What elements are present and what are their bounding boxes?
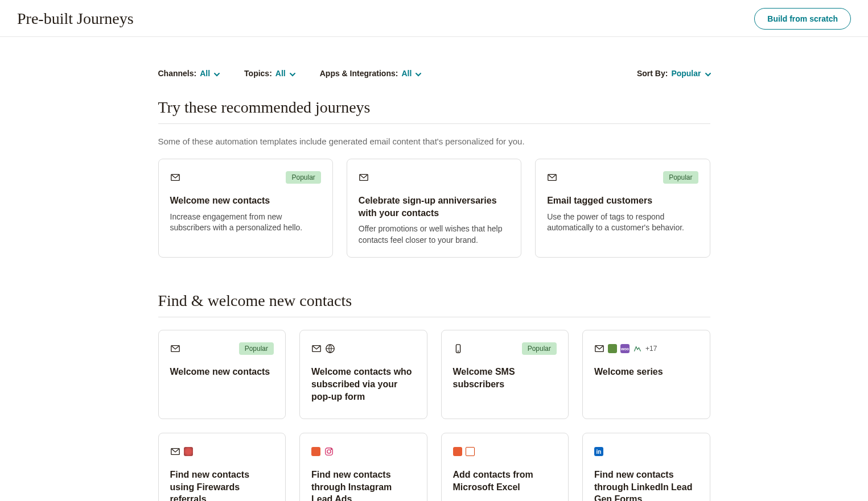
card-celebrate-anniversaries[interactable]: Celebrate sign-up anniversaries with you…: [347, 159, 521, 258]
filter-topics-label: Topics:: [244, 69, 272, 78]
card-desc: Offer promotions or well wishes that hel…: [359, 223, 509, 246]
find-welcome-title: Find & welcome new contacts: [158, 292, 710, 310]
recommended-title: Try these recommended journeys: [158, 98, 710, 117]
mail-icon: [170, 343, 180, 354]
quickbooks-icon: [633, 344, 642, 353]
card-title: Welcome series: [594, 366, 698, 378]
card-welcome-sms-subscribers[interactable]: Popular Welcome SMS subscribers: [441, 330, 569, 419]
globe-icon: [325, 343, 335, 354]
card-title: Welcome contacts who subscribed via your…: [311, 366, 416, 403]
card-title: Welcome new contacts: [170, 194, 321, 207]
more-integrations-count: +17: [645, 345, 657, 353]
filter-topics[interactable]: Topics: All: [244, 69, 295, 78]
filter-channels-value: All: [200, 69, 210, 78]
mail-icon: [594, 343, 604, 354]
filter-apps-label: Apps & Integrations:: [320, 69, 398, 78]
mail-icon: [547, 172, 557, 183]
card-welcome-popup-subscribers[interactable]: Welcome contacts who subscribed via your…: [299, 330, 427, 419]
build-from-scratch-button[interactable]: Build from scratch: [754, 8, 851, 30]
page-header: Pre-built Journeys Build from scratch: [0, 0, 868, 37]
woocommerce-icon: woo: [620, 344, 630, 353]
divider: [158, 317, 710, 317]
sort-by-label: Sort By:: [637, 69, 668, 78]
popular-badge: Popular: [522, 342, 557, 355]
card-firewards-referrals[interactable]: Find new contacts using Firewards referr…: [158, 433, 286, 501]
recommended-subtitle: Some of these automation templates inclu…: [158, 136, 710, 146]
card-title: Find new contacts through LinkedIn Lead …: [594, 469, 698, 501]
divider: [158, 123, 710, 124]
filter-bar: Channels: All Topics: All Apps & Integra…: [158, 69, 710, 78]
mail-icon: [170, 446, 180, 457]
chevron-down-icon: [705, 71, 710, 76]
find-welcome-row-1: Popular Welcome new contacts Welcome con…: [158, 330, 710, 419]
card-title: Celebrate sign-up anniversaries with you…: [359, 194, 509, 219]
find-welcome-row-2: Find new contacts using Firewards referr…: [158, 433, 710, 501]
popular-badge: Popular: [663, 171, 698, 184]
phone-icon: [453, 343, 463, 354]
popular-badge: Popular: [239, 342, 274, 355]
card-welcome-new-contacts-2[interactable]: Popular Welcome new contacts: [158, 330, 286, 419]
shopify-icon: [608, 344, 617, 353]
firewards-icon: [184, 447, 193, 456]
popular-badge: Popular: [286, 171, 320, 184]
card-welcome-series[interactable]: woo +17 Welcome series: [582, 330, 710, 419]
card-desc: Increase engagement from new subscribers…: [170, 212, 321, 234]
card-title: Welcome new contacts: [170, 366, 274, 378]
card-microsoft-excel[interactable]: Add contacts from Microsoft Excel: [441, 433, 569, 501]
card-title: Add contacts from Microsoft Excel: [453, 469, 557, 493]
sort-by-value: Popular: [671, 69, 701, 78]
chevron-down-icon: [415, 71, 421, 76]
recommended-cards: Popular Welcome new contacts Increase en…: [158, 159, 710, 258]
linkedin-icon: in: [594, 447, 603, 456]
card-title: Email tagged customers: [547, 194, 698, 207]
mail-icon: [311, 343, 322, 354]
instagram-icon: [324, 446, 334, 457]
microsoft-office-icon: [466, 447, 475, 456]
mail-icon: [359, 172, 369, 183]
card-instagram-lead-ads[interactable]: Find new contacts through Instagram Lead…: [299, 433, 427, 501]
filter-apps-value: All: [401, 69, 412, 78]
zapier-icon: [311, 447, 320, 456]
sort-by[interactable]: Sort By: Popular: [637, 69, 710, 78]
mail-icon: [170, 172, 180, 183]
chevron-down-icon: [213, 71, 219, 76]
card-title: Welcome SMS subscribers: [453, 366, 557, 390]
filter-topics-value: All: [275, 69, 286, 78]
card-title: Find new contacts using Firewards referr…: [170, 469, 274, 501]
card-desc: Use the power of tags to respond automat…: [547, 212, 698, 234]
card-linkedin-lead-gen[interactable]: in Find new contacts through LinkedIn Le…: [582, 433, 710, 501]
filter-channels[interactable]: Channels: All: [158, 69, 220, 78]
filter-apps[interactable]: Apps & Integrations: All: [320, 69, 421, 78]
chevron-down-icon: [289, 71, 295, 76]
zapier-icon: [453, 447, 462, 456]
card-welcome-new-contacts[interactable]: Popular Welcome new contacts Increase en…: [158, 159, 333, 258]
card-email-tagged-customers[interactable]: Popular Email tagged customers Use the p…: [535, 159, 710, 258]
card-title: Find new contacts through Instagram Lead…: [311, 469, 416, 501]
filter-channels-label: Channels:: [158, 69, 197, 78]
page-title: Pre-built Journeys: [17, 10, 134, 28]
